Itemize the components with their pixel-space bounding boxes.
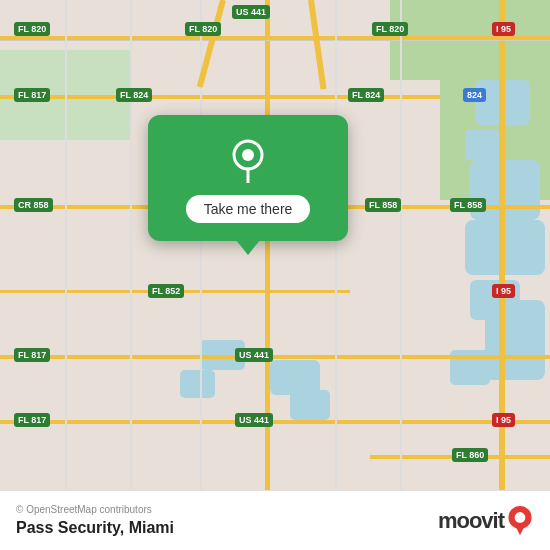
copyright-text: © OpenStreetMap contributors (16, 504, 174, 515)
road-shield: FL 860 (452, 448, 488, 462)
svg-marker-5 (515, 524, 526, 535)
road-shield: I 95 (492, 284, 515, 298)
svg-point-1 (242, 149, 254, 161)
moovit-logo: moovit (438, 505, 534, 537)
location-name: Pass Security, Miami (16, 519, 174, 537)
map-view: FL 820 FL 820 FL 820 I 95 US 441 FL 824 … (0, 0, 550, 490)
road-shield: FL 820 (14, 22, 50, 36)
road-shield: FL 817 (14, 88, 50, 102)
road-shield: 824 (463, 88, 486, 102)
road-shield: US 441 (232, 5, 270, 19)
road-shield: FL 852 (148, 284, 184, 298)
road-shield: FL 820 (185, 22, 221, 36)
road-shield: FL 858 (365, 198, 401, 212)
road-shield: I 95 (492, 22, 515, 36)
road-shield: US 441 (235, 348, 273, 362)
road-shield: FL 824 (116, 88, 152, 102)
road-shield: US 441 (235, 413, 273, 427)
road-shield: FL 817 (14, 413, 50, 427)
moovit-text: moovit (438, 508, 504, 534)
bottom-left-section: © OpenStreetMap contributors Pass Securi… (16, 504, 174, 537)
road-shield: FL 824 (348, 88, 384, 102)
svg-point-4 (515, 512, 526, 523)
take-me-there-button[interactable]: Take me there (186, 195, 311, 223)
moovit-pin-icon (506, 505, 534, 537)
map-pin-icon (224, 135, 272, 183)
road-shield: FL 820 (372, 22, 408, 36)
road-shield: I 95 (492, 413, 515, 427)
bottom-bar: © OpenStreetMap contributors Pass Securi… (0, 490, 550, 550)
road-shield: FL 858 (450, 198, 486, 212)
location-popup: Take me there (148, 115, 348, 241)
road-shield: CR 858 (14, 198, 53, 212)
road-shield: FL 817 (14, 348, 50, 362)
